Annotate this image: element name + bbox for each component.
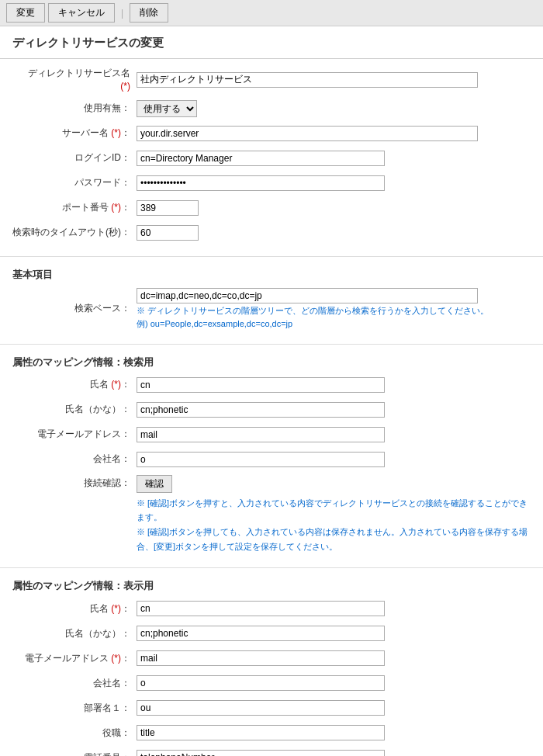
search-name-kana-label: 氏名（かな）： [12,403,137,416]
display-name-kana-input[interactable] [137,626,385,641]
service-name-value [137,72,531,88]
search-base-value: ※ ディレクトリサービスの階層ツリーで、どの階層から検索を行うかを入力してくださ… [137,288,531,330]
search-base-label: 検索ベース： [12,302,137,315]
display-phone-input[interactable] [137,750,385,756]
confirm-notes: ※ [確認]ボタンを押すと、入力されている内容でディレクトリサービスとの接続を確… [137,496,531,554]
search-company-value [137,452,531,467]
login-id-label: ログインID： [12,151,137,165]
port-input[interactable] [137,200,199,216]
change-button-top[interactable]: 変更 [6,3,45,23]
display-name-row: 氏名 (*)： [12,599,531,618]
display-name-input[interactable] [137,601,385,616]
display-company-row: 会社名： [12,674,531,692]
page-title: ディレクトリサービスの変更 [0,26,543,59]
display-email-input[interactable] [137,650,385,666]
display-title-row: 役職： [12,723,531,742]
display-name-value [137,601,531,616]
search-base-input[interactable] [137,288,478,303]
mapping-display-title: 属性のマッピング情報：表示用 [12,579,531,593]
delete-button-top[interactable]: 削除 [130,3,168,23]
password-value [137,175,531,191]
search-name-kana-row: 氏名（かな）： [12,401,531,419]
mapping-search-title: 属性のマッピング情報：検索用 [12,355,531,369]
password-label: パスワード： [12,176,137,189]
cancel-button-top[interactable]: キャンセル [48,3,115,23]
server-name-input[interactable] [137,126,478,141]
enabled-value: 使用する [137,100,531,117]
display-title-label: 役職： [12,727,137,740]
login-id-row: ログインID： [12,149,531,168]
top-fields-section: ディレクトリサービス名 (*) 使用有無： 使用する サーバー名 (*)： [0,59,543,257]
basic-section: 基本項目 検索ベース： ※ ディレクトリサービスの階層ツリーで、どの階層から検索… [0,257,543,345]
server-name-row: サーバー名 (*)： [12,124,531,143]
search-name-row: 氏名 (*)： [12,376,531,394]
search-name-label: 氏名 (*)： [12,378,137,391]
top-toolbar: 変更 キャンセル | 削除 [0,0,543,26]
password-row: パスワード： [12,174,531,192]
display-name-kana-row: 氏名（かな）： [12,624,531,643]
timeout-input[interactable] [137,225,199,241]
port-row: ポート番号 (*)： [12,199,531,217]
confirm-content: 確認 ※ [確認]ボタンを押すと、入力されている内容でディレクトリサービスとの接… [137,475,531,554]
service-name-label: ディレクトリサービス名 (*) [12,67,137,93]
search-name-input[interactable] [137,377,385,393]
confirm-row: 接続確認： 確認 ※ [確認]ボタンを押すと、入力されている内容でディレクトリサ… [12,475,531,554]
display-title-value [137,725,531,740]
search-base-hint2: 例) ou=People,dc=exsample,dc=co,dc=jp [137,318,531,330]
confirm-button[interactable]: 確認 [137,475,172,493]
port-label: ポート番号 (*)： [12,201,137,214]
mapping-display-section: 属性のマッピング情報：表示用 氏名 (*)： 氏名（かな）： 電子メールアドレス… [0,568,543,756]
confirm-label: 接続確認： [12,475,137,490]
display-dept-row: 部署名１： [12,699,531,717]
display-phone-label: 電話番号： [12,751,137,756]
display-dept-value [137,700,531,716]
search-email-label: 電子メールアドレス： [12,428,137,441]
display-phone-value [137,750,531,756]
search-name-kana-value [137,402,531,418]
display-phone-row: 電話番号： [12,748,531,756]
search-company-input[interactable] [137,452,385,467]
server-name-value [137,126,531,141]
enabled-label: 使用有無： [12,102,137,115]
login-id-input[interactable] [137,151,385,166]
search-email-input[interactable] [137,427,385,442]
timeout-row: 検索時のタイムアウト(秒)： [12,224,531,242]
display-company-value [137,675,531,691]
display-name-kana-value [137,626,531,641]
display-email-value [137,650,531,666]
search-company-row: 会社名： [12,450,531,469]
search-name-value [137,377,531,393]
confirm-note2: ※ [確認]ボタンを押しても、入力されている内容は保存されません。入力されている… [137,525,531,553]
timeout-label: 検索時のタイムアウト(秒)： [12,226,137,239]
main-container: ディレクトリサービスの変更 ディレクトリサービス名 (*) 使用有無： 使用する [0,26,543,756]
service-name-row: ディレクトリサービス名 (*) [12,67,531,93]
display-title-input[interactable] [137,725,385,740]
mapping-search-section: 属性のマッピング情報：検索用 氏名 (*)： 氏名（かな）： 電子メールアドレス… [0,345,543,569]
confirm-note1: ※ [確認]ボタンを押すと、入力されている内容でディレクトリサービスとの接続を確… [137,496,531,525]
enabled-row: 使用有無： 使用する [12,99,531,118]
port-value [137,200,531,216]
search-base-row: 検索ベース： ※ ディレクトリサービスの階層ツリーで、どの階層から検索を行うかを… [12,288,531,330]
timeout-value [137,225,531,241]
display-email-row: 電子メールアドレス (*)： [12,649,531,668]
display-company-input[interactable] [137,675,385,691]
display-dept-input[interactable] [137,700,385,716]
search-email-value [137,427,531,442]
search-email-row: 電子メールアドレス： [12,425,531,444]
display-email-label: 電子メールアドレス (*)： [12,652,137,665]
service-name-input[interactable] [137,72,478,88]
enabled-select[interactable]: 使用する [137,100,197,117]
toolbar-separator: | [121,8,123,19]
display-dept-label: 部署名１： [12,702,137,715]
password-input[interactable] [137,175,385,191]
server-name-label: サーバー名 (*)： [12,127,137,140]
login-id-value [137,151,531,166]
display-name-label: 氏名 (*)： [12,602,137,616]
search-company-label: 会社名： [12,453,137,466]
search-base-hint1: ※ ディレクトリサービスの階層ツリーで、どの階層から検索を行うかを入力してくださ… [137,305,531,317]
search-name-kana-input[interactable] [137,402,385,418]
display-company-label: 会社名： [12,677,137,690]
basic-section-title: 基本項目 [12,268,531,282]
display-name-kana-label: 氏名（かな）： [12,627,137,640]
